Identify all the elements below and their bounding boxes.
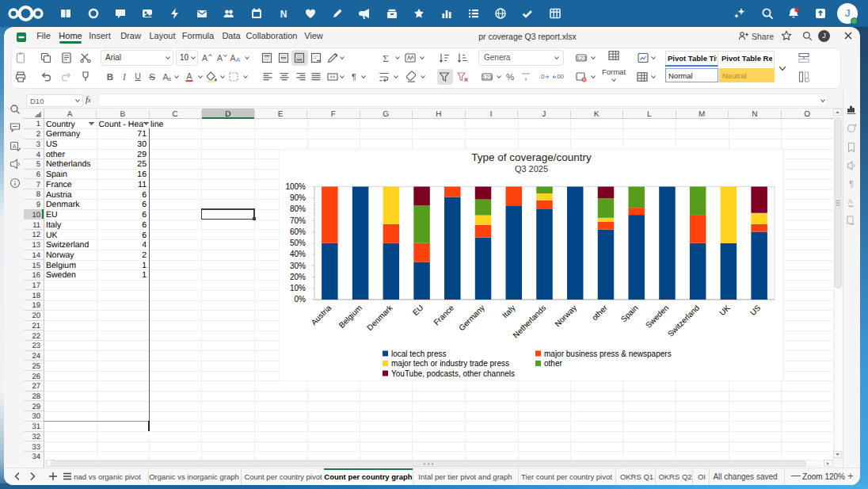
svg-text:26: 26 (32, 372, 40, 381)
svg-text:other: other (46, 150, 65, 159)
svg-text:8: 8 (36, 190, 40, 199)
svg-text:L: L (647, 110, 652, 119)
svg-text:J: J (542, 110, 546, 119)
svg-text:%: % (506, 72, 514, 82)
svg-text:Sweden: Sweden (46, 270, 76, 280)
svg-text:US: US (46, 139, 58, 149)
svg-text:Σ: Σ (383, 52, 389, 64)
svg-text:F: F (331, 110, 336, 119)
svg-text:24: 24 (32, 352, 40, 361)
svg-text:A: A (236, 56, 241, 63)
svg-text:60%: 60% (290, 227, 306, 236)
svg-text:major business press & newspap: major business press & newspapers (544, 350, 672, 358)
svg-text:25: 25 (32, 362, 40, 371)
svg-text:B: B (107, 72, 113, 82)
svg-text:¶: ¶ (352, 72, 356, 82)
svg-text:34: 34 (32, 453, 40, 461)
svg-text:Q3 2025: Q3 2025 (515, 164, 548, 174)
svg-text:Netherlands: Netherlands (46, 159, 91, 169)
svg-text:16: 16 (32, 271, 40, 280)
svg-text:H: H (436, 110, 441, 119)
svg-text:50%: 50% (290, 239, 306, 247)
svg-text:30%: 30% (290, 262, 306, 270)
svg-text:40%: 40% (290, 250, 306, 258)
svg-text:30: 30 (137, 139, 147, 149)
svg-text:20: 20 (32, 311, 40, 320)
svg-text:17: 17 (32, 281, 40, 290)
svg-text:123: 123 (482, 74, 493, 81)
svg-text:25: 25 (137, 159, 147, 169)
svg-text:France: France (46, 180, 72, 189)
svg-text:6: 6 (142, 231, 147, 240)
svg-text:Norway: Norway (46, 250, 74, 260)
svg-text:70%: 70% (290, 216, 306, 225)
svg-text:B: B (120, 110, 125, 119)
svg-text:other: other (544, 359, 562, 368)
svg-text:28: 28 (32, 392, 40, 401)
svg-text:S: S (149, 72, 155, 82)
svg-text:C: C (173, 110, 178, 119)
svg-text:A: A (67, 110, 73, 119)
svg-text:G: G (383, 110, 389, 119)
svg-text:A: A (202, 53, 207, 63)
svg-text:A: A (186, 71, 192, 81)
svg-text:Denmark: Denmark (46, 200, 80, 209)
svg-text:a: a (168, 76, 171, 82)
svg-text:K: K (594, 110, 600, 119)
svg-text:,: , (524, 71, 527, 82)
svg-text:6: 6 (142, 200, 147, 209)
svg-text:12: 12 (32, 231, 40, 239)
svg-text:A: A (230, 53, 235, 63)
svg-text:Austria: Austria (46, 190, 72, 200)
svg-text:6: 6 (142, 190, 147, 200)
svg-text:18: 18 (32, 292, 40, 300)
svg-text:2: 2 (36, 130, 40, 139)
svg-text:.00: .00 (555, 73, 565, 80)
svg-text:31: 31 (32, 422, 40, 431)
svg-text:29: 29 (32, 403, 40, 411)
svg-text:Type of coverage/country: Type of coverage/country (471, 151, 592, 163)
svg-text:9: 9 (36, 201, 40, 209)
svg-text:A: A (13, 143, 17, 149)
svg-text:Belgium: Belgium (46, 261, 76, 270)
svg-text:.0: .0 (539, 73, 545, 80)
svg-text:Count - Hea: Count - Hea (99, 120, 144, 129)
svg-text:100%: 100% (285, 182, 306, 191)
svg-text:23: 23 (32, 342, 40, 350)
svg-text:5: 5 (36, 160, 40, 169)
svg-text:N: N (752, 110, 757, 119)
svg-text:33: 33 (32, 443, 40, 452)
svg-text:21: 21 (32, 322, 40, 330)
svg-text:3: 3 (36, 140, 40, 149)
svg-text:0%: 0% (295, 295, 306, 304)
svg-text:1: 1 (142, 270, 147, 280)
svg-text:32: 32 (32, 433, 40, 441)
svg-text:line: line (150, 120, 164, 129)
svg-text:19: 19 (32, 301, 40, 310)
svg-text:I: I (490, 110, 493, 119)
svg-text:N: N (280, 9, 287, 20)
svg-text:6: 6 (36, 170, 40, 179)
svg-text:O: O (804, 110, 810, 119)
svg-text:11: 11 (138, 180, 147, 189)
svg-text:I: I (122, 72, 127, 82)
svg-text:29: 29 (137, 150, 147, 159)
svg-text:U: U (135, 71, 141, 81)
svg-text:A: A (848, 197, 853, 205)
svg-text:90%: 90% (290, 193, 306, 202)
svg-text:10: 10 (32, 211, 40, 220)
svg-text:6: 6 (142, 220, 147, 230)
svg-text:YouTube, podcasts, other chann: YouTube, podcasts, other channels (391, 369, 515, 378)
svg-text:123: 123 (577, 55, 587, 62)
svg-text:M: M (699, 110, 705, 119)
svg-text:15: 15 (32, 262, 40, 270)
svg-text:D: D (225, 110, 230, 119)
svg-text:4: 4 (36, 151, 40, 159)
svg-text:6: 6 (142, 210, 147, 220)
svg-text:16: 16 (137, 170, 147, 179)
svg-text:10%: 10% (290, 284, 306, 292)
svg-text:22: 22 (32, 332, 40, 341)
svg-text:80%: 80% (290, 204, 306, 213)
svg-text:¶: ¶ (849, 179, 854, 189)
svg-text:Switzerland: Switzerland (46, 240, 89, 250)
